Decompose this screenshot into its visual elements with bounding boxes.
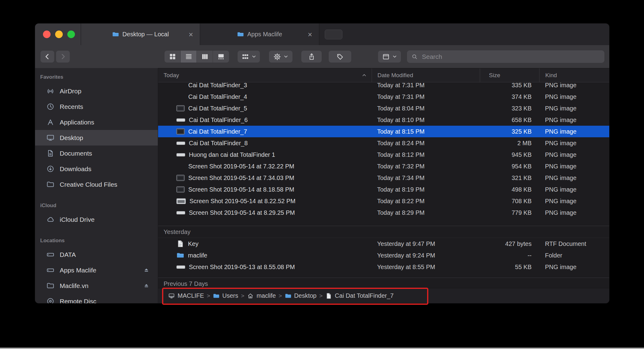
file-size: 374 KB bbox=[480, 93, 539, 100]
sidebar-item-data[interactable]: DATA bbox=[35, 247, 158, 262]
action-menu-button[interactable] bbox=[269, 51, 292, 63]
breadcrumb-item[interactable]: Users bbox=[213, 292, 238, 299]
file-thumbnail bbox=[176, 198, 186, 204]
recents-icon bbox=[46, 103, 55, 111]
table-row[interactable]: Cai Dat TotalFinder_3Today at 7:31 PM335… bbox=[158, 82, 609, 91]
date-modified: Today at 7:34 PM bbox=[372, 174, 480, 182]
tab-bar: Desktop — Local×Apps Maclife× bbox=[35, 23, 609, 45]
table-row[interactable]: Screen Shot 2019-05-14 at 8.18.58 PMToda… bbox=[158, 184, 609, 195]
file-list-area: Today Date Modified Size Kind Cai Dat To… bbox=[158, 68, 609, 303]
minimize-window-button[interactable] bbox=[55, 31, 63, 38]
file-size: 2 MB bbox=[480, 140, 539, 147]
view-icon-button[interactable] bbox=[165, 51, 181, 63]
column-header-date-modified[interactable]: Date Modified bbox=[372, 68, 480, 82]
breadcrumb-item[interactable]: maclife bbox=[247, 292, 276, 299]
view-list-button[interactable] bbox=[181, 51, 197, 63]
sidebar-item-applications[interactable]: Applications bbox=[35, 114, 158, 130]
table-row[interactable]: Cai Dat TotalFinder_4Today at 7:31 PM374… bbox=[158, 91, 609, 103]
file-thumbnail bbox=[176, 175, 185, 181]
file-kind: PNG image bbox=[539, 264, 609, 271]
breadcrumb-item[interactable]: Cai Dat TotalFinder_7 bbox=[325, 292, 394, 299]
sidebar-item-recents[interactable]: Recents bbox=[35, 99, 158, 114]
view-column-button[interactable] bbox=[197, 51, 213, 63]
sidebar-item-desktop[interactable]: Desktop bbox=[35, 130, 158, 146]
table-row[interactable]: Huong dan cai dat TotalFinder 1Today at … bbox=[158, 149, 609, 160]
share-button[interactable] bbox=[301, 51, 322, 63]
sidebar-item-label: Documents bbox=[60, 150, 92, 157]
tags-button[interactable] bbox=[329, 51, 351, 63]
file-kind: PNG image bbox=[539, 209, 609, 216]
folder-blue-icon bbox=[213, 293, 220, 299]
sidebar-item-label: Maclife.vn bbox=[60, 282, 89, 290]
table-row[interactable]: Cai Dat TotalFinder_8Today at 8:24 PM2 M… bbox=[158, 137, 609, 149]
file-name-cell: Cai Dat TotalFinder_5 bbox=[158, 105, 372, 112]
file-size: 954 KB bbox=[480, 163, 539, 170]
table-row[interactable]: Screen Shot 2019-05-14 at 8.29.25 PMToda… bbox=[158, 207, 609, 218]
view-gallery-button[interactable] bbox=[213, 51, 229, 63]
file-name: Screen Shot 2019-05-14 at 7.32.22 PM bbox=[188, 163, 294, 170]
file-thumbnail bbox=[176, 186, 185, 192]
folder-blue-icon bbox=[285, 293, 292, 299]
file-name: maclife bbox=[188, 252, 207, 259]
sidebar-item-remote-disc[interactable]: Remote Disc bbox=[35, 293, 158, 303]
sidebar-item-label: Applications bbox=[60, 119, 94, 126]
column-header-kind[interactable]: Kind bbox=[539, 68, 609, 82]
file-name-cell: Screen Shot 2019-05-14 at 8.22.52 PM bbox=[158, 198, 372, 205]
breadcrumb-separator: > bbox=[319, 293, 323, 299]
tab-desktop-local[interactable]: Desktop — Local× bbox=[81, 23, 200, 45]
sidebar-item-creative-cloud-files[interactable]: Creative Cloud Files bbox=[35, 177, 158, 192]
column-view-icon bbox=[201, 53, 209, 60]
close-window-button[interactable] bbox=[43, 31, 51, 38]
zoom-window-button[interactable] bbox=[67, 31, 75, 38]
sidebar-item-downloads[interactable]: Downloads bbox=[35, 161, 158, 177]
table-row[interactable]: Screen Shot 2019-05-13 at 8.55.08 PMYest… bbox=[158, 261, 609, 273]
sidebar-section-title: iCloud bbox=[40, 202, 158, 209]
file-kind: PNG image bbox=[539, 198, 609, 205]
file-name: Screen Shot 2019-05-13 at 8.55.08 PM bbox=[189, 264, 295, 271]
table-row[interactable]: maclifeYesterday at 9:24 PM--Folder bbox=[158, 250, 609, 261]
file-name-cell: Cai Dat TotalFinder_6 bbox=[158, 117, 372, 124]
column-header-size[interactable]: Size bbox=[480, 68, 539, 82]
file-name-cell: Key bbox=[158, 240, 372, 248]
table-row[interactable]: KeyYesterday at 9:47 PM427 bytesRTF Docu… bbox=[158, 238, 609, 250]
tab-close-button[interactable]: × bbox=[187, 30, 195, 38]
table-row[interactable]: Screen Shot 2019-05-14 at 8.22.52 PMToda… bbox=[158, 195, 609, 207]
table-row[interactable]: Screen Shot 2019-05-14 at 7.34.03 PMToda… bbox=[158, 172, 609, 184]
forward-button[interactable] bbox=[56, 51, 70, 63]
breadcrumb-item[interactable]: Desktop bbox=[285, 292, 317, 299]
icloud-icon bbox=[46, 215, 55, 224]
table-row[interactable]: Cai Dat TotalFinder_7Today at 8:15 PM325… bbox=[158, 126, 609, 137]
file-thumbnail bbox=[176, 153, 185, 157]
sidebar-item-maclife-vn[interactable]: Maclife.vn bbox=[35, 278, 158, 293]
column-header-name[interactable]: Today bbox=[158, 68, 372, 82]
new-tab-area[interactable] bbox=[325, 30, 342, 39]
sidebar-item-label: Desktop bbox=[60, 134, 83, 142]
downloads-icon bbox=[46, 165, 55, 173]
file-name-cell: Screen Shot 2019-05-13 at 8.55.08 PM bbox=[158, 264, 372, 271]
tab-close-button[interactable]: × bbox=[306, 30, 314, 38]
file-name: Huong dan cai dat TotalFinder 1 bbox=[189, 151, 275, 158]
tab-apps-maclife[interactable]: Apps Maclife× bbox=[200, 23, 319, 45]
list-body: Cai Dat TotalFinder_3Today at 7:31 PM335… bbox=[158, 82, 609, 288]
file-kind: PNG image bbox=[539, 151, 609, 158]
breadcrumb-separator: > bbox=[241, 293, 244, 299]
date-modified: Today at 8:29 PM bbox=[372, 209, 480, 216]
file-kind: PNG image bbox=[539, 105, 609, 112]
table-row[interactable]: Screen Shot 2019-05-14 at 7.32.22 PMToda… bbox=[158, 160, 609, 172]
date-modified: Today at 8:04 PM bbox=[372, 105, 480, 112]
back-button[interactable] bbox=[41, 51, 54, 63]
search-input[interactable] bbox=[421, 53, 600, 61]
sidebar-item-icloud-drive[interactable]: iCloud Drive bbox=[35, 212, 158, 227]
breadcrumb-item[interactable]: MACLIFE bbox=[168, 292, 204, 299]
sidebar-item-airdrop[interactable]: AirDrop bbox=[35, 83, 158, 99]
harddisk-icon bbox=[46, 266, 55, 274]
sidebar-item-apps-maclife[interactable]: Apps Maclife bbox=[35, 262, 158, 278]
table-row[interactable]: Cai Dat TotalFinder_5Today at 8:04 PM323… bbox=[158, 103, 609, 114]
tab-label: Desktop — Local bbox=[122, 31, 169, 38]
file-name-cell: Screen Shot 2019-05-14 at 8.18.58 PM bbox=[158, 186, 372, 193]
search-field[interactable] bbox=[407, 50, 604, 63]
group-by-button[interactable] bbox=[238, 51, 260, 63]
table-row[interactable]: Cai Dat TotalFinder_6Today at 8:10 PM658… bbox=[158, 114, 609, 126]
window-options-button[interactable] bbox=[378, 51, 401, 63]
sidebar-item-documents[interactable]: Documents bbox=[35, 146, 158, 161]
